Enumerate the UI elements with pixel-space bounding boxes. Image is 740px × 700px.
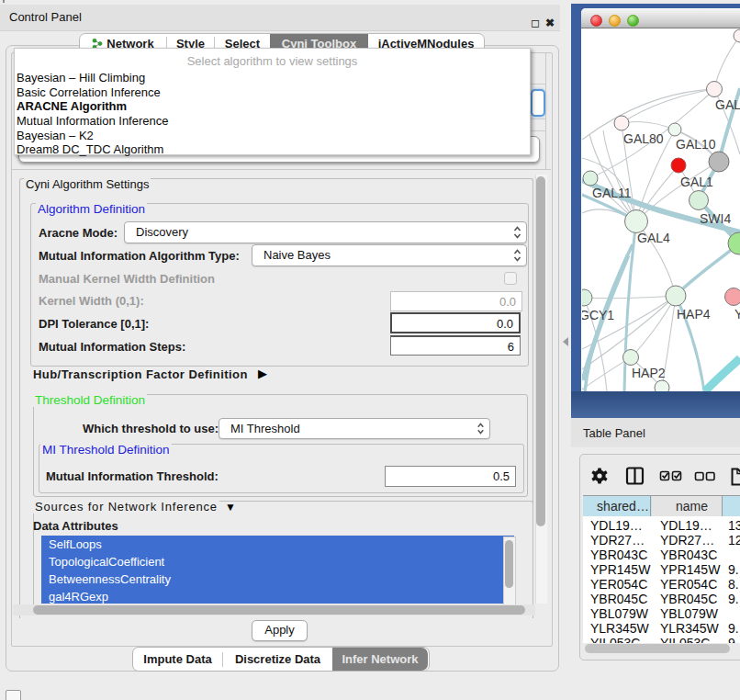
svg-text:HAP2: HAP2 xyxy=(632,366,666,380)
svg-text:SWI4: SWI4 xyxy=(700,211,731,226)
svg-text:GAL1: GAL1 xyxy=(680,175,713,189)
svg-text:GAL11: GAL11 xyxy=(592,186,632,200)
svg-text:HAP4: HAP4 xyxy=(677,307,711,322)
svg-text:GAL10: GAL10 xyxy=(676,137,716,152)
svg-text:GAL4: GAL4 xyxy=(637,231,670,245)
svg-text:GAL .: GAL . xyxy=(715,97,740,112)
svg-text:GCY1: GCY1 xyxy=(582,308,614,322)
svg-text:GAL80: GAL80 xyxy=(623,131,664,146)
svg-text:Y: Y xyxy=(734,307,740,322)
